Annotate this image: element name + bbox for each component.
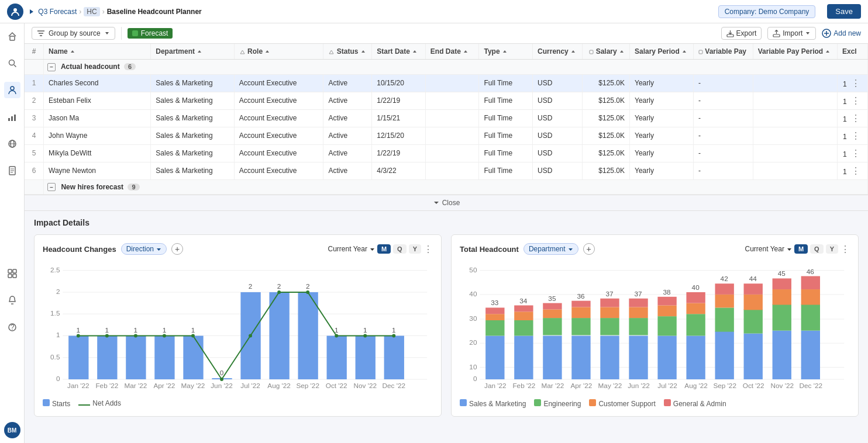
sidebar-icon-globe[interactable] <box>4 136 20 152</box>
row-menu-button[interactable]: ⋮ <box>849 95 863 106</box>
table-row[interactable]: 2 Esteban Felix Sales & Marketing Accoun… <box>25 92 868 109</box>
current-year-select[interactable]: Current Year <box>328 245 375 253</box>
save-button[interactable]: Save <box>827 4 861 19</box>
group-by-button[interactable]: Group by source <box>32 27 115 40</box>
export-button[interactable]: Export <box>721 27 762 40</box>
bar-sep <box>298 292 318 379</box>
bar-feb <box>97 335 117 379</box>
row-salary: $125.0K <box>582 162 629 179</box>
col-salary-period[interactable]: Salary Period <box>630 44 694 60</box>
group-expand-icon[interactable]: − <box>47 63 56 71</box>
row-varpay: - <box>693 162 753 179</box>
svg-text:30: 30 <box>469 314 477 322</box>
col-department[interactable]: Department <box>151 44 235 60</box>
row-excl: 1 ⋮ <box>838 74 868 92</box>
breadcrumb-q3[interactable]: Q3 Forecast <box>28 8 77 16</box>
col-status[interactable]: Status <box>323 44 372 60</box>
add-filter-button-2[interactable]: + <box>583 243 595 255</box>
legend-sales: Sales & Marketing <box>460 399 526 408</box>
row-menu-button[interactable]: ⋮ <box>849 78 863 89</box>
svg-rect-151 <box>686 292 705 303</box>
svg-rect-29 <box>773 34 780 37</box>
col-currency[interactable]: Currency <box>533 44 583 60</box>
sidebar-icon-help[interactable]: ? <box>4 319 20 335</box>
row-menu-button[interactable]: ⋮ <box>849 165 863 176</box>
group-expand-icon-hires[interactable]: − <box>47 183 56 191</box>
forecast-label: Forecast <box>141 29 168 37</box>
sidebar-icon-bell[interactable] <box>4 292 20 309</box>
svg-rect-16 <box>8 269 12 273</box>
sidebar-icon-people[interactable] <box>4 82 20 98</box>
svg-rect-115 <box>485 314 504 320</box>
table-row[interactable]: 5 Mikyla DeWitt Sales & Marketing Accoun… <box>25 144 868 162</box>
col-variable-pay[interactable]: Variable Pay <box>693 44 753 60</box>
row-varperiod <box>753 127 837 144</box>
row-status: Active <box>323 127 372 144</box>
svg-text:1: 1 <box>335 326 339 334</box>
col-excl: Excl <box>838 44 868 60</box>
total-current-year-select[interactable]: Current Year <box>745 245 792 253</box>
svg-point-86 <box>392 334 395 338</box>
total-period-m-button[interactable]: M <box>794 244 808 254</box>
add-filter-button[interactable]: + <box>171 243 183 255</box>
row-status: Active <box>323 92 372 109</box>
group-actual-headcount-cell[interactable]: − Actual headcount 6 <box>44 60 868 75</box>
col-start-date[interactable]: Start Date <box>372 44 426 60</box>
row-menu-button[interactable]: ⋮ <box>849 130 863 141</box>
table-row[interactable]: 1 Charles Second Sales & Marketing Accou… <box>25 74 868 92</box>
sidebar-icon-grid[interactable] <box>4 265 20 282</box>
row-menu-button[interactable]: ⋮ <box>849 148 863 159</box>
department-filter-button[interactable]: Department <box>523 243 578 255</box>
table-row[interactable]: 3 Jason Ma Sales & Marketing Account Exe… <box>25 109 868 127</box>
group-new-hires-cell[interactable]: − New hires forecast 9 <box>44 179 868 195</box>
svg-text:Dec '22: Dec '22 <box>800 382 823 389</box>
sidebar-icon-doc[interactable] <box>4 162 20 179</box>
row-type: Full Time <box>479 144 533 162</box>
col-variable-pay-period[interactable]: Variable Pay Period <box>753 44 837 60</box>
sidebar-icon-home[interactable] <box>4 28 20 44</box>
user-avatar[interactable]: BM <box>4 422 20 438</box>
table-row[interactable]: 4 John Wayne Sales & Marketing Account E… <box>25 127 868 144</box>
row-role: Account Executive <box>234 109 323 127</box>
export-label: Export <box>736 29 757 37</box>
svg-rect-46 <box>699 50 702 54</box>
row-end <box>425 144 479 162</box>
row-varperiod <box>753 109 837 127</box>
svg-rect-19 <box>13 274 16 278</box>
chart-menu-button[interactable]: ⋮ <box>423 244 433 255</box>
svg-point-75 <box>77 334 80 338</box>
direction-filter-button[interactable]: Direction <box>121 243 167 255</box>
col-end-date[interactable]: End Date <box>425 44 479 60</box>
close-bar[interactable]: Close <box>25 195 868 211</box>
sidebar-icon-search[interactable] <box>4 55 20 71</box>
svg-text:Jun '22: Jun '22 <box>211 382 233 389</box>
table-row[interactable]: 6 Wayne Newton Sales & Marketing Account… <box>25 162 868 179</box>
total-period-q-button[interactable]: Q <box>810 244 824 254</box>
total-chart-menu-button[interactable]: ⋮ <box>841 244 850 255</box>
col-type[interactable]: Type <box>479 44 533 60</box>
period-q-button[interactable]: Q <box>393 244 407 254</box>
sidebar-icon-chart[interactable] <box>4 109 20 125</box>
svg-text:Nov '22: Nov '22 <box>353 382 377 389</box>
department-label: Department <box>529 245 566 253</box>
row-currency: USD <box>533 109 583 127</box>
period-m-button[interactable]: M <box>377 244 391 254</box>
col-salary[interactable]: Salary <box>582 44 629 60</box>
total-period-y-button[interactable]: Y <box>826 244 838 254</box>
total-headcount-card: Total Headcount Department + Current Yea… <box>451 234 859 417</box>
row-menu-button[interactable]: ⋮ <box>849 113 863 124</box>
col-role[interactable]: Role <box>234 44 323 60</box>
bar-dec <box>384 335 404 379</box>
period-y-button[interactable]: Y <box>409 244 421 254</box>
app-logo <box>7 4 23 20</box>
row-excl: 1 ⋮ <box>838 162 868 179</box>
svg-text:Jan '22: Jan '22 <box>67 382 89 389</box>
col-name[interactable]: Name <box>44 44 151 60</box>
row-currency: USD <box>533 162 583 179</box>
add-new-button[interactable]: Add new <box>822 29 861 38</box>
svg-text:Mar '22: Mar '22 <box>541 382 564 389</box>
row-role: Account Executive <box>234 162 323 179</box>
import-button[interactable]: Import <box>767 27 816 40</box>
svg-rect-133 <box>600 335 619 379</box>
headcount-changes-card: Headcount Changes Direction + Current Ye… <box>34 234 442 417</box>
